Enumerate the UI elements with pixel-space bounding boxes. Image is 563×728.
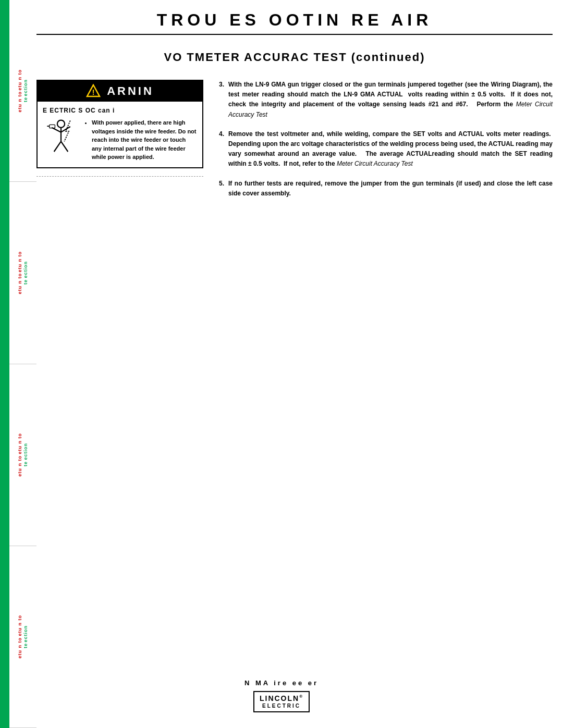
sidebar-text-red-2b: etu n to (17, 273, 23, 294)
step-4: 4. Remove the test voltmeter and, while … (219, 129, 553, 169)
warning-header: ! ARNIN (38, 81, 202, 102)
left-column: ! ARNIN E ECTRIC S OC can i (36, 80, 203, 208)
dashed-separator (36, 176, 203, 177)
step-5-number: 5. (219, 179, 224, 199)
warning-body: With power applied, there are high volta… (43, 118, 197, 162)
page-subtitle: VO TMETER ACCURAC TEST (continued) (36, 51, 553, 64)
electric-shock-icon (43, 118, 79, 162)
step-4-text: Remove the test voltmeter and, while wel… (228, 129, 553, 169)
steps-list: 3. With the LN-9 GMA gun trigger closed … (219, 80, 553, 199)
svg-line-6 (54, 141, 61, 152)
sidebar-section-2: etu n to etu n to ection te (9, 182, 36, 364)
step-4-number: 4. (219, 129, 224, 169)
step-3-text: With the LN-9 GMA gun trigger closed or … (228, 80, 553, 120)
page-footer: N MA ire ee er LINCOLN® ELECTRIC (0, 679, 563, 712)
sidebar-text-red-4b: etu n to (17, 637, 23, 659)
page-header: TROU ES OOTIN RE AIR (36, 10, 553, 35)
footer-model-text: N MA ire ee er (244, 679, 319, 687)
sidebar-text-red-1b: etu n to (17, 91, 23, 113)
left-border (0, 0, 9, 728)
sidebar-section-1: etu n to etu n to ection te (9, 0, 36, 182)
step-4-italic: Meter Circuit Accuracy Test (337, 160, 413, 167)
sidebar-text-green-2b: te (23, 279, 29, 285)
lincoln-subbrand: ELECTRIC (262, 703, 301, 709)
svg-point-2 (57, 120, 65, 128)
svg-text:!: ! (92, 88, 95, 96)
sidebar-section-3: etu n to etu n to ection te (9, 364, 36, 546)
warning-subtitle: E ECTRIC S OC can i (43, 107, 197, 114)
two-column-layout: ! ARNIN E ECTRIC S OC can i (36, 80, 553, 208)
main-content: TROU ES OOTIN RE AIR VO TMETER ACCURAC T… (36, 0, 553, 229)
step-5-text: If no further tests are required, remove… (228, 179, 553, 199)
warning-body-text: With power applied, there are high volta… (84, 118, 197, 162)
sidebar-text-green-3a: ection (23, 443, 29, 460)
warning-triangle-icon: ! (86, 84, 101, 98)
step-3-number: 3. (219, 80, 224, 120)
warning-box: ! ARNIN E ECTRIC S OC can i (36, 80, 203, 168)
step-5: 5. If no further tests are required, rem… (219, 179, 553, 199)
sidebar-text-green-3b: te (23, 461, 29, 466)
sidebar-text-green-4a: ection (23, 625, 29, 643)
svg-line-7 (61, 141, 68, 152)
right-column: 3. With the LN-9 GMA gun trigger closed … (219, 80, 553, 208)
sidebar-text-green-4b: te (23, 643, 29, 648)
sidebar-text-green-2a: ection (23, 261, 29, 278)
sidebar-text-red-2a: etu n to (17, 251, 23, 273)
sidebar-text-red-1a: etu n to (17, 69, 23, 91)
lincoln-electric-logo: LINCOLN® ELECTRIC (253, 691, 310, 712)
step-3-italic: Meter Circuit Accuracy Test (228, 101, 553, 118)
warning-content: E ECTRIC S OC can i (38, 102, 202, 167)
sidebar-text-green-1a: ection (23, 79, 29, 96)
sidebar-text-red-3a: etu n to (17, 433, 23, 454)
step-3: 3. With the LN-9 GMA gun trigger closed … (219, 80, 553, 120)
sidebar-text-red-3b: etu n to (17, 455, 23, 477)
sidebar-text-green-1b: te (23, 97, 29, 102)
warning-title-label: ARNIN (107, 84, 154, 98)
page-title: TROU ES OOTIN RE AIR (36, 10, 553, 30)
sidebar-text-red-4a: etu n to (17, 615, 23, 636)
lincoln-brand: LINCOLN® (260, 694, 303, 703)
sidebar: etu n to etu n to ection te etu n to etu… (9, 0, 36, 728)
